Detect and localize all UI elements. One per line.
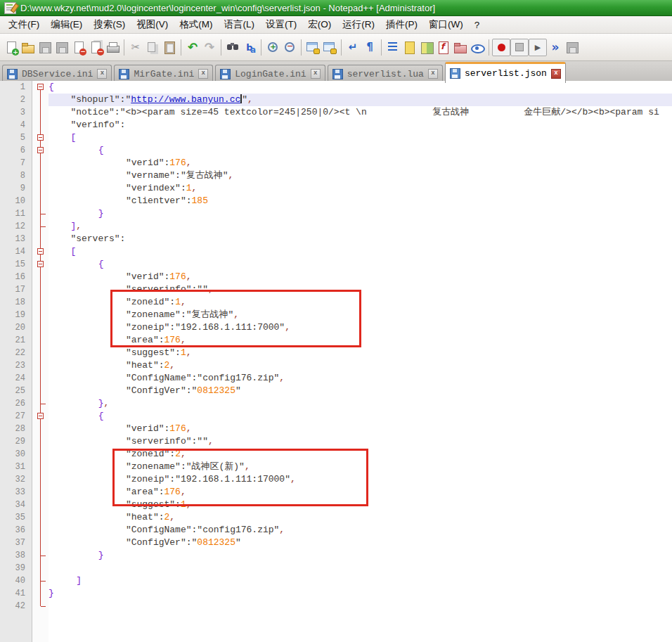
document-map-icon[interactable] bbox=[418, 39, 435, 56]
code-text: "suggest":1, bbox=[49, 347, 672, 359]
tab-label: DBService.ini bbox=[22, 69, 93, 79]
toolbar-separator bbox=[341, 39, 342, 56]
line-number: 37 bbox=[0, 537, 32, 549]
word-wrap-icon[interactable] bbox=[344, 39, 361, 56]
monitoring-icon[interactable] bbox=[469, 39, 486, 56]
code-line: 40] bbox=[0, 574, 672, 587]
code-text: ] bbox=[49, 574, 672, 587]
saved-file-icon bbox=[119, 69, 129, 79]
fold-marker[interactable] bbox=[32, 81, 49, 94]
record-macro-icon[interactable] bbox=[492, 39, 510, 56]
fold-marker[interactable] bbox=[32, 131, 49, 144]
menu-item-9[interactable]: 插件(P) bbox=[380, 17, 423, 32]
code-line: 10"clientver":185 bbox=[0, 195, 672, 207]
run-macro-multiple-icon[interactable] bbox=[547, 39, 564, 56]
fold-marker[interactable] bbox=[32, 258, 49, 271]
close-tab-icon[interactable]: x bbox=[97, 69, 107, 79]
close-tab-icon[interactable]: x bbox=[428, 69, 438, 79]
code-text: "ConfigVer":"0812325" bbox=[49, 537, 672, 549]
code-line: 24"ConfigName":"config176.zip", bbox=[0, 372, 672, 385]
line-number: 32 bbox=[0, 473, 32, 486]
tab-serverlist.json[interactable]: serverlist.jsonx bbox=[445, 62, 566, 83]
line-number: 29 bbox=[0, 435, 32, 448]
code-text: "ConfigName":"config176.zip", bbox=[49, 372, 672, 385]
fold-marker[interactable] bbox=[32, 144, 49, 157]
paste-icon[interactable] bbox=[161, 39, 178, 56]
line-number: 2 bbox=[0, 94, 32, 106]
find-icon[interactable] bbox=[224, 39, 241, 56]
code-text: "verindex":1, bbox=[49, 182, 672, 195]
menu-item-4[interactable]: 格式(M) bbox=[174, 17, 218, 32]
menu-item-11[interactable]: ? bbox=[469, 18, 486, 32]
fold-marker[interactable] bbox=[32, 245, 49, 258]
tab-label: serverlist.json bbox=[465, 68, 547, 79]
copy-icon[interactable] bbox=[144, 39, 161, 56]
menu-item-3[interactable]: 视图(V) bbox=[131, 17, 174, 32]
print-icon[interactable] bbox=[104, 39, 121, 56]
toolbar-separator bbox=[221, 39, 221, 56]
title-bar[interactable]: D:\www.wkzy.net\mud2.0\logincenter\login… bbox=[0, 0, 672, 16]
line-number: 42 bbox=[0, 600, 32, 612]
tab-MirGate.ini[interactable]: MirGate.inix bbox=[114, 65, 213, 82]
code-text: "notice":"<b><param size=45 textcolor=24… bbox=[49, 106, 672, 119]
fold-marker bbox=[32, 347, 49, 359]
menu-item-5[interactable]: 语言(L) bbox=[219, 17, 261, 32]
toolbar-separator bbox=[124, 39, 124, 56]
function-list-icon[interactable] bbox=[435, 39, 452, 56]
zoom-out-icon[interactable] bbox=[281, 39, 298, 56]
user-defined-language-icon[interactable] bbox=[401, 39, 418, 56]
indent-guide-icon[interactable] bbox=[385, 39, 401, 56]
folder-as-workspace-icon[interactable] bbox=[452, 39, 469, 56]
line-number: 33 bbox=[0, 486, 32, 499]
code-line: 38} bbox=[0, 549, 672, 562]
menu-item-8[interactable]: 运行(R) bbox=[337, 17, 380, 32]
menu-item-6[interactable]: 设置(T) bbox=[260, 17, 302, 32]
new-file-icon[interactable] bbox=[3, 39, 20, 56]
sync-horizontal-scroll-icon[interactable] bbox=[321, 39, 338, 56]
tab-serverlist.lua[interactable]: serverlist.luax bbox=[328, 65, 443, 82]
close-file-icon[interactable] bbox=[70, 39, 87, 56]
notepadpp-window: D:\www.wkzy.net\mud2.0\logincenter\login… bbox=[0, 0, 672, 642]
show-all-characters-icon[interactable] bbox=[361, 39, 378, 56]
playback-macro-icon[interactable] bbox=[529, 39, 547, 56]
open-file-icon[interactable] bbox=[20, 39, 37, 56]
line-number: 9 bbox=[0, 182, 32, 195]
redo-icon[interactable] bbox=[201, 39, 218, 56]
code-line: 11} bbox=[0, 207, 672, 220]
saved-file-icon bbox=[7, 69, 18, 79]
menu-item-10[interactable]: 窗口(W) bbox=[423, 17, 469, 32]
fold-filler bbox=[32, 612, 49, 642]
fold-marker[interactable] bbox=[32, 410, 49, 423]
code-text: { bbox=[49, 81, 672, 94]
fold-marker bbox=[32, 283, 49, 296]
undo-icon[interactable] bbox=[184, 39, 201, 56]
fold-marker bbox=[32, 562, 49, 574]
replace-icon[interactable] bbox=[241, 39, 258, 56]
close-tab-icon[interactable]: x bbox=[198, 69, 208, 79]
menu-item-2[interactable]: 搜索(S) bbox=[88, 17, 131, 32]
zoom-in-icon[interactable] bbox=[264, 39, 281, 56]
line-number: 18 bbox=[0, 296, 32, 309]
close-all-icon[interactable] bbox=[87, 39, 104, 56]
line-number: 41 bbox=[0, 587, 32, 600]
stop-record-icon[interactable] bbox=[510, 39, 529, 56]
save-macro-icon[interactable] bbox=[564, 39, 581, 56]
notepadpp-app-icon bbox=[4, 2, 16, 14]
tab-DBService.ini[interactable]: DBService.inix bbox=[2, 65, 112, 82]
close-tab-icon[interactable]: x bbox=[551, 69, 561, 79]
line-number: 21 bbox=[0, 334, 32, 347]
tab-LoginGate.ini[interactable]: LoginGate.inix bbox=[215, 65, 325, 82]
code-line: 16"verid":176, bbox=[0, 271, 672, 283]
close-tab-icon[interactable]: x bbox=[311, 69, 321, 79]
fold-marker bbox=[32, 169, 49, 182]
menu-item-1[interactable]: 编辑(E) bbox=[45, 17, 88, 32]
save-icon[interactable] bbox=[37, 39, 53, 56]
menu-item-0[interactable]: 文件(F) bbox=[3, 17, 45, 32]
fold-marker bbox=[32, 182, 49, 195]
editor-area[interactable]: 1{2"shopurl":"http://www.banyun.cc",3"no… bbox=[0, 81, 672, 642]
menu-item-7[interactable]: 宏(O) bbox=[302, 17, 337, 32]
fold-marker bbox=[32, 334, 49, 347]
save-all-icon[interactable] bbox=[53, 39, 70, 56]
sync-vertical-scroll-icon[interactable] bbox=[304, 39, 321, 56]
cut-icon[interactable] bbox=[127, 39, 144, 56]
